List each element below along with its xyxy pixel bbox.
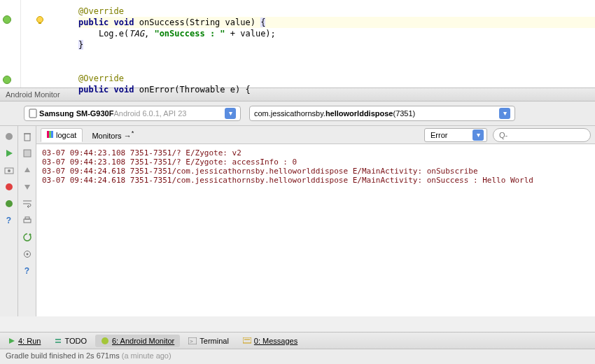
print-icon[interactable] xyxy=(21,214,34,227)
debug-icon[interactable] xyxy=(3,130,15,143)
tab-android-monitor[interactable]: 6: Android Monitor xyxy=(95,335,180,347)
svg-rect-19 xyxy=(47,131,49,138)
svg-marker-4 xyxy=(6,150,13,157)
lightbulb-icon[interactable] xyxy=(35,15,45,25)
svg-point-7 xyxy=(6,183,13,190)
help-icon[interactable]: ? xyxy=(21,265,34,277)
status-text: Gradle build finished in 2s 671ms xyxy=(6,351,122,360)
device-os: Android 6.0.1, API 23 xyxy=(113,109,186,118)
svg-rect-14 xyxy=(24,219,31,223)
chevron-down-icon: ▾ xyxy=(225,108,236,119)
svg-point-8 xyxy=(6,200,13,207)
tab-logcat-label: logcat xyxy=(56,131,76,139)
svg-point-25 xyxy=(102,337,108,344)
wrap-icon[interactable] xyxy=(21,197,34,210)
up-icon[interactable] xyxy=(21,164,34,176)
filter-search-input[interactable] xyxy=(493,128,591,142)
svg-rect-28 xyxy=(243,337,251,343)
svg-marker-13 xyxy=(24,185,30,190)
device-name: Samsung SM-G930F xyxy=(39,109,113,118)
android-icon xyxy=(101,337,109,345)
svg-rect-9 xyxy=(24,134,30,141)
svg-point-18 xyxy=(26,253,28,255)
status-bar: Gradle build finished in 2s 671ms (a min… xyxy=(0,349,595,364)
device-dropdown[interactable]: Samsung SM-G930F Android 6.0.1, API 23 ▾ xyxy=(24,106,241,121)
fold-column xyxy=(21,0,31,88)
restart-icon[interactable] xyxy=(3,197,15,210)
log-tabs: logcat Monitors →* Error ▾ xyxy=(36,126,595,144)
tab-messages[interactable]: 0: Messages xyxy=(237,335,303,347)
process-prefix: com.jessicathornsby. xyxy=(254,109,326,118)
settings-icon[interactable] xyxy=(21,248,34,260)
editor-area: @Override public void onSuccess(String v… xyxy=(0,0,595,88)
annotation: @Override xyxy=(78,6,124,16)
messages-icon xyxy=(243,337,251,344)
svg-text:>: > xyxy=(190,338,193,344)
svg-point-0 xyxy=(37,17,43,23)
override-gutter-icon[interactable] xyxy=(3,15,11,24)
level-dropdown[interactable]: Error ▾ xyxy=(424,128,487,142)
editor-gutter xyxy=(0,0,21,88)
monitor-toolbar: Samsung SM-G930F Android 6.0.1, API 23 ▾… xyxy=(0,102,595,126)
todo-icon xyxy=(55,337,62,344)
svg-rect-23 xyxy=(55,339,61,340)
trash-icon[interactable] xyxy=(21,130,34,143)
annotation: @Override xyxy=(78,74,124,83)
override-gutter-icon[interactable] xyxy=(3,76,11,84)
process-dropdown[interactable]: com.jessicathornsby.helloworlddispose (7… xyxy=(249,106,515,121)
svg-rect-21 xyxy=(51,131,53,138)
tab-monitors[interactable]: Monitors →* xyxy=(85,127,140,143)
camera-icon[interactable] xyxy=(3,164,15,176)
down-icon[interactable] xyxy=(21,181,34,193)
svg-point-3 xyxy=(6,133,13,140)
svg-rect-24 xyxy=(55,342,61,343)
run-icon xyxy=(8,337,15,344)
stop-icon[interactable] xyxy=(3,181,15,193)
tool-rail-outer: ? xyxy=(0,126,18,316)
tab-terminal[interactable]: > Terminal xyxy=(183,335,234,347)
chevron-down-icon: ▾ xyxy=(472,130,484,141)
svg-rect-11 xyxy=(24,150,31,157)
svg-rect-2 xyxy=(29,109,36,118)
tab-logcat[interactable]: logcat xyxy=(41,128,83,142)
svg-marker-16 xyxy=(29,233,31,235)
tab-todo[interactable]: TODO xyxy=(49,335,92,347)
hint-column xyxy=(31,0,50,88)
restart-icon[interactable] xyxy=(21,231,34,244)
status-age: (a minute ago) xyxy=(122,351,172,360)
svg-marker-22 xyxy=(9,338,15,344)
logcat-icon xyxy=(47,131,54,138)
log-output[interactable]: 03-07 09:44:23.108 7351-7351/? E/Zygote:… xyxy=(36,144,595,316)
level-label: Error xyxy=(430,131,447,139)
monitor-body: ? ? logcat Monitors →* Error ▾ xyxy=(0,126,595,316)
process-name: helloworlddispose xyxy=(326,109,393,118)
log-panel: logcat Monitors →* Error ▾ 03-07 09:44:2… xyxy=(36,126,595,316)
svg-rect-1 xyxy=(38,22,41,24)
tool-rail-inner: ? xyxy=(18,126,36,316)
code-editor[interactable]: @Override public void onSuccess(String v… xyxy=(50,0,595,88)
tab-monitors-label: Monitors xyxy=(92,132,121,140)
terminal-icon: > xyxy=(188,337,197,344)
run-icon[interactable] xyxy=(3,147,15,160)
tab-run[interactable]: 4: Run xyxy=(3,335,46,347)
process-pid: (7351) xyxy=(393,109,415,118)
bottom-tool-tabs: 4: Run TODO 6: Android Monitor > Termina… xyxy=(0,332,595,349)
phone-icon xyxy=(29,108,37,118)
svg-marker-12 xyxy=(24,167,30,172)
svg-rect-15 xyxy=(25,217,29,219)
help-icon[interactable]: ? xyxy=(3,214,15,227)
scroll-end-icon[interactable] xyxy=(21,147,34,160)
svg-point-6 xyxy=(8,169,10,172)
chevron-down-icon: ▾ xyxy=(499,108,510,119)
svg-rect-20 xyxy=(49,131,51,138)
